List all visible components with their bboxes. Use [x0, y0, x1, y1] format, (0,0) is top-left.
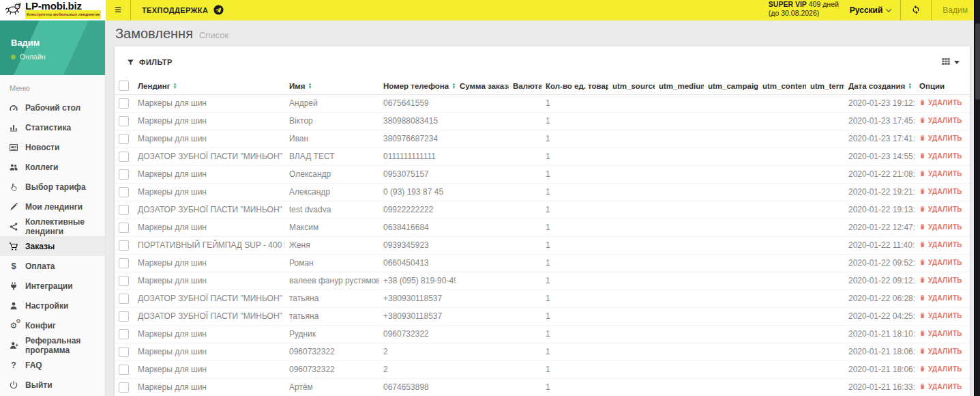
- sidebar-item-label: FAQ: [25, 360, 42, 370]
- refresh-button[interactable]: [901, 0, 931, 20]
- row-checkbox[interactable]: [119, 169, 129, 180]
- order-row: Маркеры для шинВіктор38098808341512020-0…: [115, 112, 970, 130]
- sidebar-item-collective-landings[interactable]: Коллективные лендинги: [0, 216, 105, 236]
- order-row: Маркеры для шинМаксим063841668412020-01-…: [115, 218, 970, 236]
- column-header-select: [115, 78, 134, 94]
- row-checkbox[interactable]: [119, 382, 129, 393]
- column-header-landing[interactable]: Лендинг▲▼: [134, 78, 285, 94]
- filter-button[interactable]: ФИЛЬТР: [127, 58, 173, 66]
- sidebar-item-tariff[interactable]: Выбор тарифа: [0, 177, 105, 197]
- sidebar-item-payment[interactable]: $Оплата: [0, 256, 105, 276]
- column-header-name[interactable]: Имя▲▼: [285, 78, 379, 94]
- sidebar-item-faq[interactable]: ?FAQ: [0, 355, 105, 375]
- column-header-phone[interactable]: Номер телефона▲▼: [379, 78, 456, 94]
- order-row: Маркеры для шин0960732322212020-01-21 18…: [115, 343, 970, 360]
- sidebar-item-label: Статистика: [25, 123, 71, 132]
- row-checkbox[interactable]: [119, 276, 129, 286]
- row-checkbox[interactable]: [119, 365, 129, 375]
- cell-utm_content: [758, 378, 806, 396]
- support-button[interactable]: ТЕХПОДДЕРЖКА: [131, 0, 235, 20]
- delete-button[interactable]: УДАЛИТЬ: [919, 99, 962, 107]
- delete-button[interactable]: УДАЛИТЬ: [919, 365, 962, 373]
- row-checkbox[interactable]: [119, 347, 129, 357]
- row-checkbox[interactable]: [119, 152, 129, 162]
- delete-button[interactable]: УДАЛИТЬ: [919, 117, 962, 124]
- sidebar-item-news[interactable]: Новости: [0, 137, 105, 157]
- cell-name: Андрей: [285, 94, 379, 112]
- delete-button[interactable]: УДАЛИТЬ: [919, 241, 962, 249]
- sidebar-item-label: Рабочий стол: [25, 103, 80, 113]
- cell-utm_campaign: [704, 289, 758, 307]
- cell-phone: 0638416684: [379, 218, 456, 236]
- delete-button[interactable]: УДАЛИТЬ: [919, 259, 962, 266]
- row-checkbox[interactable]: [119, 205, 129, 215]
- cell-utm_term: [806, 289, 844, 307]
- sidebar-item-label: Конфиг: [25, 321, 56, 330]
- column-header-created[interactable]: Дата создания▲▼: [844, 78, 915, 94]
- sort-icon: ▲▼: [451, 83, 456, 89]
- row-checkbox[interactable]: [119, 116, 129, 126]
- delete-button[interactable]: УДАЛИТЬ: [919, 330, 962, 337]
- window-scrollbar[interactable]: [974, 0, 980, 396]
- cell-sum: [456, 94, 509, 112]
- cell-options: УДАЛИТЬ: [915, 218, 970, 236]
- delete-button[interactable]: УДАЛИТЬ: [919, 152, 962, 160]
- delete-label: УДАЛИТЬ: [928, 135, 962, 142]
- topbar-user-button[interactable]: Вадим: [932, 0, 980, 20]
- scrollbar-thumb[interactable]: [975, 23, 980, 100]
- cell-sum: [456, 218, 509, 236]
- sort-icon: ▲▼: [173, 83, 177, 89]
- trash-icon: [919, 117, 925, 124]
- row-checkbox[interactable]: [119, 294, 129, 304]
- row-checkbox[interactable]: [119, 223, 129, 233]
- language-label: Русский: [850, 5, 883, 15]
- row-checkbox[interactable]: [119, 98, 129, 109]
- cell-currency: [509, 165, 541, 183]
- sidebar-item-referral[interactable]: Реферальная программа: [0, 335, 105, 355]
- delete-button[interactable]: УДАЛИТЬ: [919, 277, 962, 284]
- sidebar-item-colleagues[interactable]: Коллеги: [0, 157, 105, 177]
- row-checkbox[interactable]: [119, 240, 129, 251]
- row-checkbox[interactable]: [119, 329, 129, 339]
- delete-button[interactable]: УДАЛИТЬ: [919, 348, 962, 355]
- cell-utm_term: [806, 343, 844, 360]
- row-checkbox[interactable]: [119, 311, 129, 322]
- sidebar-item-dashboard[interactable]: Рабочий стол: [0, 98, 105, 117]
- sidebar-item-integrations[interactable]: Интеграции: [0, 276, 105, 296]
- sidebar-item-config[interactable]: ⚙⚙Конфиг: [0, 315, 105, 335]
- brand-logo[interactable]: LP-mobi.biz Конструктор мобильных лендин…: [0, 0, 106, 20]
- sidebar-item-my-landings[interactable]: Мои лендинги: [0, 197, 105, 216]
- row-checkbox[interactable]: [119, 187, 129, 197]
- delete-button[interactable]: УДАЛИТЬ: [919, 170, 962, 178]
- row-checkbox[interactable]: [119, 134, 129, 144]
- sidebar-item-label: Новости: [25, 143, 59, 152]
- delete-button[interactable]: УДАЛИТЬ: [919, 206, 962, 213]
- delete-button[interactable]: УДАЛИТЬ: [919, 383, 962, 391]
- sidebar-item-statistics[interactable]: Статистика: [0, 117, 105, 137]
- delete-button[interactable]: УДАЛИТЬ: [919, 135, 962, 142]
- cell-utm_campaign: [704, 360, 758, 378]
- sidebar-item-orders[interactable]: Заказы: [0, 236, 105, 256]
- delete-button[interactable]: УДАЛИТЬ: [919, 223, 962, 231]
- sidebar-item-settings[interactable]: Настройки: [0, 296, 105, 315]
- cell-name: Женя: [285, 236, 379, 254]
- sidebar-item-logout[interactable]: Выйти: [0, 375, 105, 395]
- row-checkbox[interactable]: [119, 258, 129, 268]
- cell-options: УДАЛИТЬ: [915, 183, 970, 201]
- dashboard-icon: [8, 103, 19, 113]
- delete-button[interactable]: УДАЛИТЬ: [919, 312, 962, 320]
- delete-label: УДАЛИТЬ: [928, 152, 962, 160]
- column-settings-button[interactable]: [941, 57, 960, 68]
- plan-info: SUPER VIP 409 дней (до 30.08.2026): [769, 0, 839, 20]
- cell-utm_term: [806, 360, 844, 378]
- cell-utm_content: [758, 94, 806, 112]
- select-all-checkbox[interactable]: [119, 81, 129, 91]
- column-header-sum: Сумма заказа: [456, 78, 509, 94]
- delete-button[interactable]: УДАЛИТЬ: [919, 188, 962, 195]
- cell-phone: 0 (93) 193 87 45: [379, 183, 456, 201]
- trash-icon: [919, 348, 925, 354]
- hamburger-menu-button[interactable]: ≡: [106, 0, 130, 20]
- cell-landing: Маркеры для шин: [134, 112, 285, 130]
- language-selector[interactable]: Русский: [850, 0, 891, 20]
- delete-button[interactable]: УДАЛИТЬ: [919, 294, 962, 302]
